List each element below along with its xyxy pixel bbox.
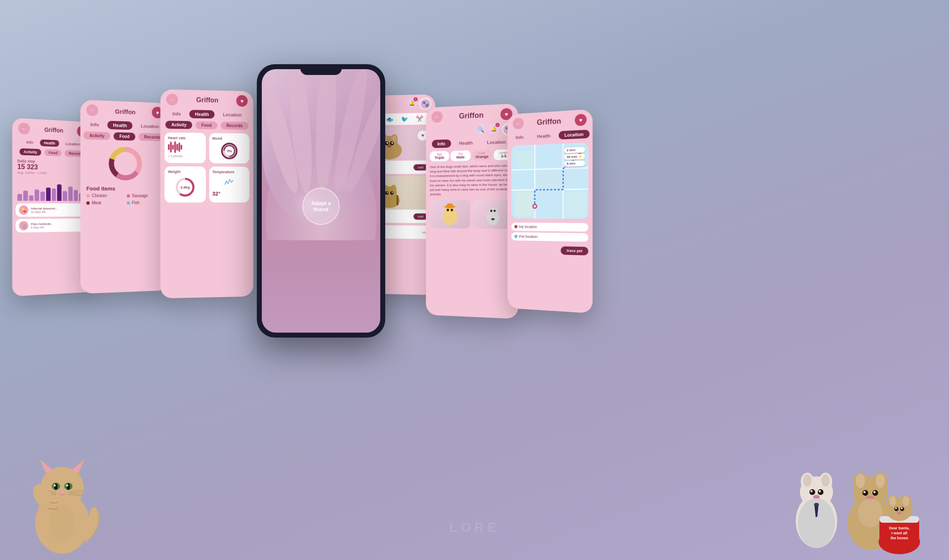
tab-health-3[interactable]: Health [189,110,215,118]
attributes-grid: Age Triple Sex Male Color Orange Length … [426,147,518,163]
bird-nav-icon[interactable]: 🐦 [401,116,408,122]
svg-point-76 [60,490,64,493]
subtab-food-3[interactable]: Food [196,121,217,130]
trace-pet-button[interactable]: trace pet [561,246,588,256]
tab-location-3[interactable]: Location [217,110,247,119]
user-avatar[interactable]: 🐾 [419,98,431,110]
svg-point-98 [819,490,821,492]
svg-point-72 [54,483,58,490]
chicken-dot [86,194,89,197]
fish-nav-icon[interactable]: 🐟 [386,116,393,123]
pet-location-input[interactable]: Pet location [511,232,588,242]
subtab-food-1[interactable]: Food [45,149,62,156]
svg-point-95 [809,489,815,495]
svg-point-41 [451,209,453,211]
back-button-6[interactable]: ← [513,118,524,130]
temperature-widget: Temperature 32° [209,167,249,203]
svg-point-74 [54,485,56,487]
card-info: ← Griffon ♥ 🔍 🔔 1 🐾 Info Health Location… [426,104,518,319]
map-time-badges: 2 min 44 min ⚡ 8 min [564,147,585,166]
bar-5 [41,192,45,201]
med-name-1: Internal dewormi... [31,207,58,210]
hr-bar-2 [170,142,172,152]
back-button-1[interactable]: ← [18,122,30,135]
heart-rate-label: Heart rate [168,136,202,140]
svg-point-88 [50,504,75,541]
subtab-activity-1[interactable]: Activity [19,148,41,156]
food-meat: Meat [86,200,124,205]
back-button-5[interactable]: ← [432,111,443,123]
svg-point-111 [864,491,866,493]
health-widgets: Heart rate ♪ 110/min Mood 75% [160,130,253,205]
tab-health-6[interactable]: Health [531,131,556,141]
meat-dot [86,201,89,205]
svg-point-96 [818,489,823,495]
watermark: LORE [449,520,500,535]
bar-6 [46,187,51,201]
svg-point-49 [492,218,494,220]
tab-health-1[interactable]: Health [40,140,59,147]
tab-location-6[interactable]: Location [559,130,590,140]
notification-badge: 1 [413,97,418,101]
tab-health-2[interactable]: Health [107,121,133,130]
med-info-1: Internal dewormi... 32 days left [31,207,58,213]
svg-point-75 [66,485,68,487]
pet-info-text: One of the dogs small size, which owns a… [426,162,518,198]
med-days-2: 6 days left [31,226,53,229]
card3-title: Griffon [178,96,237,105]
attr-color: Color Orange [472,150,492,161]
adapt-friend-button[interactable]: Adapt a friend [302,188,340,225]
back-button-3[interactable]: ← [166,94,178,106]
back-button-2[interactable]: ← [86,104,98,116]
svg-point-107 [856,474,865,488]
svg-point-112 [874,491,876,493]
svg-rect-43 [447,203,453,208]
heart-button-3[interactable]: ♥ [236,95,248,106]
weight-visual: 2.3Kg [168,175,202,199]
tab-health-5[interactable]: Health [454,138,479,147]
svg-point-108 [876,474,885,488]
card-food: ← Griffon ♥ Info Health Location Activit… [80,100,169,294]
bar-11 [74,190,78,201]
med-icon-2: 🩺 [19,221,28,231]
subtab-food-2[interactable]: Food [113,132,135,140]
svg-rect-55 [537,171,561,188]
donut-container [80,140,169,184]
grooming-nav-icon[interactable]: ✂️ [416,116,423,122]
header-icons: 🔔 1 🐾 [407,98,431,110]
card3-tabs: Info Health Location [160,108,253,121]
svg-rect-56 [515,151,533,168]
bell-icon-5[interactable]: 🔔 1 [489,124,499,134]
notification-icon[interactable]: 🔔 1 [407,98,417,109]
attr-color-value: Orange [473,154,490,159]
chicken-label: Chicken [92,193,107,198]
food-chicken: Chicken [86,193,124,198]
tab-info-5[interactable]: Info [432,139,451,148]
heart-button-6[interactable]: ♥ [575,113,587,126]
fish-dot [126,201,130,204]
search-icon-5[interactable]: 🔍 [476,124,485,135]
time-badge-2: 44 min ⚡ [564,154,585,160]
card-location: ← Griffon ♥ Info Health Location [507,109,593,313]
tab-info-3[interactable]: Info [167,109,187,118]
tab-info-6[interactable]: Info [510,133,529,142]
subtab-activity-2[interactable]: Activity [83,131,110,140]
card6-title: Griffon [524,116,575,128]
my-location-dot [514,225,517,228]
subtab-records-3[interactable]: Records [221,121,249,130]
bar-4 [35,189,39,200]
med-icon-1: 💊 [19,205,28,215]
notif-badge-5: 1 [495,123,500,127]
cat-image [17,415,108,560]
attr-sex: Sex Male [451,150,470,161]
my-location-input[interactable]: My location [511,222,588,232]
tab-info-1[interactable]: Info [22,139,37,146]
subtab-activity-3[interactable]: Activity [166,121,193,129]
tab-info-2[interactable]: Info [85,120,105,129]
phone-notch [300,64,342,75]
svg-point-40 [447,209,449,211]
med-days-1: 32 days left [31,210,58,213]
food-items-title: Food items [80,183,169,193]
card1-title: Griffon [30,126,77,135]
svg-point-22 [392,135,396,142]
